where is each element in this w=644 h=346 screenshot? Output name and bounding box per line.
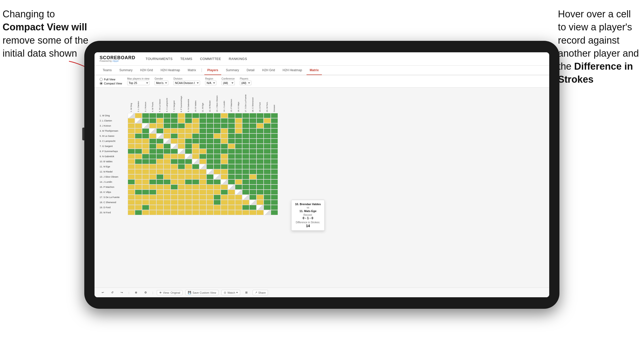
- matrix-cell[interactable]: [264, 179, 271, 184]
- matrix-cell[interactable]: [128, 205, 135, 210]
- matrix-cell[interactable]: [235, 195, 242, 200]
- matrix-cell[interactable]: [271, 144, 278, 149]
- matrix-cell[interactable]: [199, 190, 206, 195]
- matrix-cell[interactable]: [142, 205, 149, 210]
- matrix-cell[interactable]: [192, 159, 199, 164]
- matrix-cell[interactable]: [142, 184, 149, 190]
- matrix-cell[interactable]: [128, 154, 135, 159]
- matrix-cell[interactable]: [271, 133, 278, 139]
- matrix-cell[interactable]: [156, 154, 163, 159]
- matrix-cell[interactable]: [214, 164, 221, 169]
- matrix-cell[interactable]: [271, 159, 278, 164]
- matrix-cell[interactable]: [242, 164, 249, 169]
- matrix-container[interactable]: 1. W Ding 2. L Clanton 3. J Koivun 4. M …: [95, 88, 549, 288]
- matrix-cell[interactable]: [221, 184, 228, 190]
- matrix-cell[interactable]: [214, 190, 221, 195]
- matrix-cell[interactable]: [249, 200, 256, 205]
- matrix-cell[interactable]: [128, 118, 135, 123]
- conference-select[interactable]: (All): [221, 81, 235, 85]
- matrix-cell[interactable]: [135, 184, 142, 190]
- matrix-cell[interactable]: [264, 133, 271, 139]
- matrix-cell[interactable]: [256, 179, 264, 184]
- matrix-cell[interactable]: [228, 174, 235, 179]
- matrix-cell[interactable]: [256, 169, 264, 174]
- matrix-cell[interactable]: [185, 113, 192, 118]
- matrix-cell[interactable]: [206, 169, 214, 174]
- matrix-cell[interactable]: [249, 118, 256, 123]
- matrix-cell[interactable]: [149, 144, 156, 149]
- matrix-cell[interactable]: [206, 144, 214, 149]
- redo-btn[interactable]: ↺: [109, 290, 115, 295]
- matrix-cell[interactable]: [149, 164, 156, 169]
- matrix-cell[interactable]: [171, 184, 178, 190]
- matrix-cell[interactable]: [271, 205, 278, 210]
- matrix-cell[interactable]: [242, 139, 249, 144]
- matrix-cell[interactable]: [264, 123, 271, 128]
- matrix-cell[interactable]: [156, 123, 163, 128]
- matrix-cell[interactable]: [242, 144, 249, 149]
- matrix-cell[interactable]: [271, 210, 278, 215]
- matrix-cell[interactable]: [256, 190, 264, 195]
- matrix-cell[interactable]: [256, 123, 264, 128]
- tab-teams[interactable]: Teams: [100, 66, 115, 75]
- matrix-cell[interactable]: [192, 195, 199, 200]
- matrix-cell[interactable]: [264, 184, 271, 190]
- matrix-cell[interactable]: [135, 164, 142, 169]
- matrix-cell[interactable]: [256, 164, 264, 169]
- matrix-cell[interactable]: [249, 154, 256, 159]
- matrix-cell[interactable]: [199, 154, 206, 159]
- matrix-cell[interactable]: [221, 154, 228, 159]
- matrix-cell[interactable]: [149, 149, 156, 154]
- matrix-cell[interactable]: [206, 139, 214, 144]
- matrix-cell[interactable]: [171, 179, 178, 184]
- matrix-cell[interactable]: [249, 179, 256, 184]
- matrix-cell[interactable]: [228, 123, 235, 128]
- tab-h2h-grid-1[interactable]: H2H Grid: [137, 66, 156, 75]
- matrix-cell[interactable]: [163, 123, 171, 128]
- matrix-cell[interactable]: [156, 174, 163, 179]
- matrix-cell[interactable]: [178, 205, 185, 210]
- matrix-cell[interactable]: [149, 205, 156, 210]
- view-original-btn[interactable]: 👁 View: Original: [157, 290, 183, 295]
- matrix-cell[interactable]: [171, 205, 178, 210]
- matrix-cell[interactable]: [221, 139, 228, 144]
- matrix-cell[interactable]: [135, 139, 142, 144]
- matrix-cell[interactable]: [142, 159, 149, 164]
- matrix-cell[interactable]: [271, 174, 278, 179]
- matrix-cell[interactable]: [264, 164, 271, 169]
- matrix-cell[interactable]: [163, 184, 171, 190]
- matrix-cell[interactable]: [149, 174, 156, 179]
- matrix-cell[interactable]: [171, 210, 178, 215]
- matrix-cell[interactable]: [206, 128, 214, 133]
- matrix-cell[interactable]: [271, 118, 278, 123]
- matrix-cell[interactable]: [156, 133, 163, 139]
- matrix-cell[interactable]: [235, 149, 242, 154]
- matrix-cell[interactable]: [228, 133, 235, 139]
- matrix-cell[interactable]: [206, 123, 214, 128]
- matrix-cell[interactable]: [178, 174, 185, 179]
- matrix-cell[interactable]: [256, 144, 264, 149]
- matrix-cell[interactable]: [214, 133, 221, 139]
- matrix-cell[interactable]: [235, 205, 242, 210]
- matrix-cell[interactable]: [235, 144, 242, 149]
- matrix-cell[interactable]: [242, 113, 249, 118]
- matrix-cell[interactable]: [142, 200, 149, 205]
- matrix-cell[interactable]: [256, 174, 264, 179]
- matrix-cell[interactable]: [185, 169, 192, 174]
- matrix-cell[interactable]: [135, 144, 142, 149]
- nav-rankings[interactable]: RANKINGS: [229, 57, 247, 61]
- matrix-cell[interactable]: [185, 128, 192, 133]
- matrix-cell[interactable]: [135, 169, 142, 174]
- matrix-cell[interactable]: [206, 133, 214, 139]
- matrix-cell[interactable]: [156, 210, 163, 215]
- matrix-cell[interactable]: [235, 179, 242, 184]
- matrix-cell[interactable]: [264, 159, 271, 164]
- tab-summary-1[interactable]: Summary: [116, 66, 135, 75]
- players-select[interactable]: (All): [240, 81, 251, 85]
- compact-view-option[interactable]: Compact View: [100, 82, 122, 85]
- matrix-cell[interactable]: [128, 149, 135, 154]
- matrix-cell[interactable]: [163, 164, 171, 169]
- tab-detail[interactable]: Detail: [244, 66, 258, 75]
- matrix-cell[interactable]: [178, 133, 185, 139]
- matrix-cell[interactable]: [228, 184, 235, 190]
